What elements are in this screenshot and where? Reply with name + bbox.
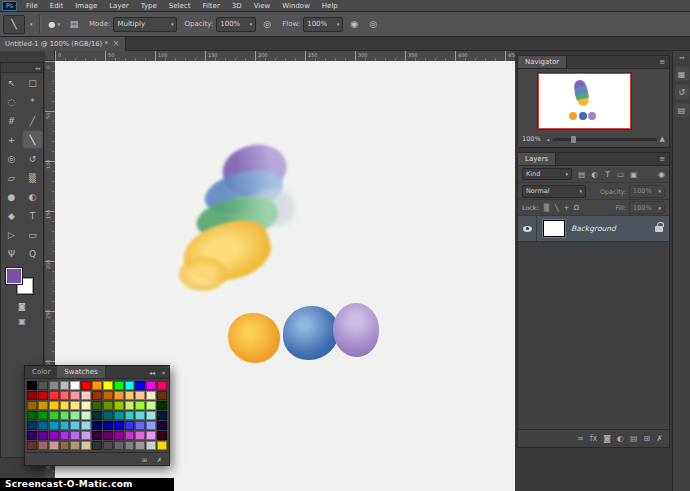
swatch[interactable] <box>27 421 37 430</box>
layer-opacity-select[interactable]: 100% ▾ <box>629 185 665 198</box>
swatch[interactable] <box>125 441 135 450</box>
swatch[interactable] <box>157 391 167 400</box>
swatch[interactable] <box>27 391 37 400</box>
eyedropper-tool[interactable]: ╱ <box>22 111 43 130</box>
path-selection-tool[interactable]: ▷ <box>1 225 22 244</box>
visibility-eye-icon[interactable] <box>523 226 532 232</box>
close-panel-icon[interactable]: × <box>158 366 169 378</box>
brush-tool[interactable]: ╲ <box>22 130 43 149</box>
swatch[interactable] <box>157 431 167 440</box>
lock-transparency-icon[interactable]: ▒ <box>541 204 551 212</box>
filter-shape-layers-icon[interactable]: ▭ <box>614 168 627 180</box>
swatch[interactable] <box>92 401 102 410</box>
layer-filter-select[interactable]: Kind ▾ <box>522 168 572 180</box>
swatch[interactable] <box>49 411 59 420</box>
swatch[interactable] <box>27 431 37 440</box>
menu-filter[interactable]: Filter <box>196 0 225 12</box>
swatch[interactable] <box>125 411 135 420</box>
filter-type-layers-icon[interactable]: T <box>601 168 614 180</box>
swatch[interactable] <box>49 381 59 390</box>
new-group-icon[interactable]: ▤ <box>630 434 638 443</box>
collapse-toolbox-icon[interactable]: ◂◂ <box>1 63 43 73</box>
screen-mode-button[interactable]: ▣ <box>1 314 43 329</box>
tablet-pressure-size-icon[interactable]: ◎ <box>365 16 381 32</box>
menu-file[interactable]: File <box>20 0 44 12</box>
swatch[interactable] <box>38 391 48 400</box>
add-layer-mask-icon[interactable]: ◙ <box>603 434 611 443</box>
navigator-thumbnail[interactable] <box>538 73 631 129</box>
swatch[interactable] <box>92 431 102 440</box>
swatch[interactable] <box>38 381 48 390</box>
swatch[interactable] <box>60 401 70 410</box>
swatch[interactable] <box>38 401 48 410</box>
swatch[interactable] <box>103 431 113 440</box>
swatch[interactable] <box>81 411 91 420</box>
swatch[interactable] <box>103 401 113 410</box>
swatch[interactable] <box>60 391 70 400</box>
swatch[interactable] <box>92 441 102 450</box>
swatch[interactable] <box>60 441 70 450</box>
swatch[interactable] <box>81 421 91 430</box>
type-tool[interactable]: T <box>22 206 43 225</box>
layer-blend-mode-select[interactable]: Normal ▾ <box>522 185 586 198</box>
expand-panels-icon[interactable]: ◂◂ <box>679 51 684 63</box>
swatch[interactable] <box>103 381 113 390</box>
spot-healing-brush-tool[interactable]: + <box>1 130 22 149</box>
menu-edit[interactable]: Edit <box>44 0 70 12</box>
delete-swatch-icon[interactable]: ✗ <box>154 453 165 466</box>
layer-thumbnail[interactable] <box>543 220 565 237</box>
swatch[interactable] <box>92 381 102 390</box>
swatch[interactable] <box>81 381 91 390</box>
navigator-zoom-value[interactable]: 100% <box>522 135 544 143</box>
menu-image[interactable]: Image <box>69 0 103 12</box>
swatch[interactable] <box>125 381 135 390</box>
swatch[interactable] <box>157 411 167 420</box>
swatch[interactable] <box>92 411 102 420</box>
panel-menu-icon[interactable]: ≡ <box>655 153 669 165</box>
swatch[interactable] <box>38 411 48 420</box>
swatch[interactable] <box>135 421 145 430</box>
swatch[interactable] <box>70 441 80 450</box>
menu-view[interactable]: View <box>248 0 277 12</box>
menu-help[interactable]: Help <box>316 0 344 12</box>
eraser-tool[interactable]: ▱ <box>1 168 22 187</box>
rectangular-marquee-tool[interactable]: □ <box>22 73 43 92</box>
swatch[interactable] <box>114 381 124 390</box>
document-tab[interactable]: Untitled-1 @ 100% (RGB/16) * × <box>0 37 126 51</box>
swatch[interactable] <box>146 401 156 410</box>
swatch[interactable] <box>103 441 113 450</box>
swatch[interactable] <box>114 441 124 450</box>
swatch[interactable] <box>49 391 59 400</box>
swatch[interactable] <box>38 431 48 440</box>
swatch[interactable] <box>27 401 37 410</box>
quick-mask-button[interactable]: ◙ <box>1 299 43 314</box>
lock-position-icon[interactable]: + <box>561 204 571 212</box>
navigator-zoom-slider[interactable] <box>553 138 657 141</box>
link-layers-icon[interactable]: ∞ <box>577 434 584 443</box>
swatch[interactable] <box>146 381 156 390</box>
swatch[interactable] <box>60 411 70 420</box>
swatch[interactable] <box>157 381 167 390</box>
crop-tool[interactable]: # <box>1 111 22 130</box>
airbrush-icon[interactable]: ◉ <box>346 16 362 32</box>
swatch[interactable] <box>38 421 48 430</box>
swatch[interactable] <box>135 381 145 390</box>
swatch[interactable] <box>81 401 91 410</box>
rectangle-tool[interactable]: ▭ <box>22 225 43 244</box>
swatch[interactable] <box>135 391 145 400</box>
swatch[interactable] <box>114 431 124 440</box>
swatch[interactable] <box>135 401 145 410</box>
foreground-color-swatch[interactable] <box>6 268 22 284</box>
swatch[interactable] <box>60 431 70 440</box>
swatch[interactable] <box>103 421 113 430</box>
tab-navigator[interactable]: Navigator <box>518 56 567 68</box>
tab-swatches[interactable]: Swatches <box>57 366 105 378</box>
new-swatch-icon[interactable]: ⊞ <box>139 453 150 466</box>
zoom-in-icon[interactable]: ▲ <box>660 135 665 143</box>
tab-color[interactable]: Color <box>25 366 57 378</box>
swatch[interactable] <box>27 381 37 390</box>
panel-menu-icon[interactable]: ≡ <box>655 56 669 68</box>
swatch[interactable] <box>81 431 91 440</box>
swatch[interactable] <box>146 411 156 420</box>
swatch[interactable] <box>125 431 135 440</box>
